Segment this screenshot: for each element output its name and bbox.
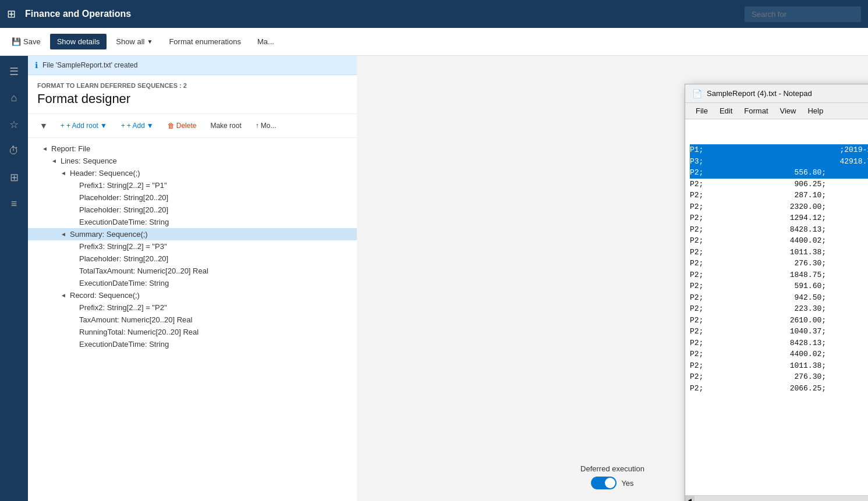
show-details-label: Show details — [57, 37, 100, 46]
notepad-line: P2; 591.60; 21920.45;2019-12-27 01:49:25… — [690, 280, 868, 292]
notepad-line: P2; 556.80; 556.80;2019-12-27 01:49:25:8… — [690, 167, 868, 179]
delete-label: Delete — [176, 122, 197, 130]
make-root-label: Make root — [210, 122, 241, 130]
tree-item[interactable]: ◄Header: Sequence(;) — [28, 167, 357, 179]
main-toolbar: 💾 Save Show details Show all ▼ Format en… — [0, 28, 868, 56]
tree-arrow-icon: ◄ — [42, 145, 51, 152]
menu-item-help[interactable]: Help — [802, 104, 829, 118]
filter-icon[interactable]: ▼ — [35, 119, 52, 133]
add-root-button[interactable]: + + Add root ▼ — [55, 119, 113, 132]
sidebar-item-workspaces[interactable]: ⊞ — [2, 166, 26, 189]
notepad-line: P2; 276.30; 40852.45;2019-12-27 01:49:25… — [690, 371, 868, 383]
right-area: 📄 SampleReport (4).txt - Notepad — ☐ ✕ F… — [357, 56, 868, 501]
tree-item-label: Lines: Sequence — [61, 157, 352, 165]
tree-item[interactable]: RunningTotal: Numeric[20..20] Real — [28, 326, 357, 338]
tree-item[interactable]: Prefix1: String[2..2] = "P1" — [28, 179, 357, 191]
tree-arrow-icon: ◄ — [61, 170, 70, 176]
tree-item-label: Summary: Sequence(;) — [70, 230, 352, 239]
tree-arrow-icon: ◄ — [51, 158, 61, 164]
add-button[interactable]: + + Add ▼ — [115, 119, 160, 132]
sidebar-item-menu[interactable]: ☰ — [2, 61, 26, 83]
app-shell: ⊞ Finance and Operations 💾 Save Show det… — [0, 0, 868, 501]
scroll-left-button[interactable]: ◄ — [685, 496, 695, 502]
horizontal-scrollbar[interactable]: ◄ ► — [685, 495, 868, 501]
tree-item[interactable]: Prefix3: String[2..2] = "P3" — [28, 240, 357, 253]
deferred-section: Deferred execution Yes — [580, 464, 644, 489]
deferred-toggle[interactable] — [591, 477, 617, 489]
deferred-value: Yes — [621, 479, 633, 488]
designer-header: FORMAT TO LEARN DEFERRED SEQUENCES : 2 F… — [28, 75, 357, 114]
tree-item[interactable]: ExecutionDateTime: String — [28, 277, 357, 289]
tree-arrow-icon: ◄ — [61, 231, 70, 237]
notepad-line: P2; 1294.12; 5364.27;2019-12-27 01:49:25… — [690, 212, 868, 224]
notepad-line: P2; 942.50; 22862.95;2019-12-27 01:49:25… — [690, 292, 868, 304]
tree-item[interactable]: ◄Report: File — [28, 143, 357, 155]
top-nav: ⊞ Finance and Operations — [0, 0, 868, 28]
notepad-line: P2; 287.10; 1750.15;2019-12-27 01:49:25:… — [690, 190, 868, 201]
tree-item[interactable]: ◄Lines: Sequence — [28, 155, 357, 167]
add-root-chevron: ▼ — [100, 122, 107, 130]
tree-item[interactable]: Prefix2: String[2..2] = "P2" — [28, 301, 357, 314]
tree-item[interactable]: Placeholder: String[20..20] — [28, 204, 357, 216]
save-label: Save — [23, 37, 41, 46]
toggle-knob — [605, 478, 615, 488]
move-label: Mo... — [261, 122, 277, 130]
grid-icon[interactable]: ⊞ — [7, 8, 16, 20]
sidebar-item-list[interactable]: ≡ — [2, 193, 26, 215]
sidebar-item-recent[interactable]: ⏱ — [2, 140, 26, 162]
search-input[interactable] — [745, 6, 861, 22]
left-sidebar: ☰ ⌂ ☆ ⏱ ⊞ ≡ — [0, 56, 28, 501]
tree-item[interactable]: TotalTaxAmount: Numeric[20..20] Real — [28, 265, 357, 277]
menu-item-view[interactable]: View — [774, 104, 802, 118]
chevron-down-icon: ▼ — [147, 38, 153, 45]
tree-item[interactable]: ◄Summary: Sequence(;) — [28, 228, 357, 240]
tree-item[interactable]: ◄Record: Sequence(;) — [28, 289, 357, 301]
tree-item-label: Header: Sequence(;) — [70, 169, 352, 177]
show-details-button[interactable]: Show details — [50, 34, 107, 49]
save-button[interactable]: 💾 Save — [5, 34, 48, 49]
tree-item-label: Prefix1: String[2..2] = "P1" — [79, 181, 352, 190]
move-button[interactable]: ↑ Mo... — [250, 119, 282, 132]
info-icon: ℹ — [35, 61, 38, 70]
notepad-text[interactable]: P1; ;2019-12-27 01:49:25:754P3; 42918.70… — [685, 119, 868, 495]
tree-arrow-icon: ◄ — [61, 292, 70, 299]
tree-item-label: Report: File — [51, 144, 352, 153]
notepad-line: P2; 2610.00; 25696.25;2019-12-27 01:49:2… — [690, 315, 868, 326]
format-label: FORMAT TO LEARN DEFERRED SEQUENCES : 2 — [37, 82, 348, 89]
tree-item[interactable]: ExecutionDateTime: String — [28, 338, 357, 350]
notepad-line: P2; 4400.02; 39564.77;2019-12-27 01:49:2… — [690, 349, 868, 360]
show-all-label: Show all — [116, 37, 144, 46]
add-root-label: + Add root — [66, 122, 98, 130]
menu-item-file[interactable]: File — [690, 104, 714, 118]
make-root-button[interactable]: Make root — [204, 119, 247, 132]
designer-toolbar: ▼ + + Add root ▼ + + Add ▼ 🗑 Delete Make… — [28, 114, 357, 138]
tree-item[interactable]: TaxAmount: Numeric[20..20] Real — [28, 314, 357, 326]
notepad-line: P3; 42918.70;2019-12-27 01:49:25:824 — [690, 156, 868, 168]
tree-item-label: ExecutionDateTime: String — [79, 279, 352, 287]
tree-item-label: RunningTotal: Numeric[20..20] Real — [79, 328, 352, 336]
tree-item-label: TaxAmount: Numeric[20..20] Real — [79, 315, 352, 324]
h-scroll-track — [695, 496, 868, 502]
show-all-button[interactable]: Show all ▼ — [109, 34, 160, 49]
delete-button[interactable]: 🗑 Delete — [162, 119, 203, 132]
notepad-line: P1; ;2019-12-27 01:49:25:754 — [690, 144, 868, 156]
tree-item[interactable]: ExecutionDateTime: String — [28, 216, 357, 228]
toggle-row: Yes — [591, 477, 633, 489]
tree-item[interactable]: Placeholder: String[20..20] — [28, 253, 357, 265]
sidebar-item-home[interactable]: ⌂ — [2, 87, 26, 109]
map-button[interactable]: Ma... — [250, 34, 281, 49]
designer-panel: ℹ File 'SampleReport.txt' created FORMAT… — [28, 56, 357, 501]
tree-item-label: Placeholder: String[20..20] — [79, 193, 352, 202]
tree-item[interactable]: Placeholder: String[20..20] — [28, 191, 357, 204]
notepad-line: P2; 223.30; 23086.25;2019-12-27 01:49:25… — [690, 303, 868, 315]
sidebar-item-favorites[interactable]: ☆ — [2, 113, 26, 136]
tree-item-label: Record: Sequence(;) — [70, 291, 352, 300]
format-enumerations-button[interactable]: Format enumerations — [162, 34, 248, 49]
tree-item-label: ExecutionDateTime: String — [79, 218, 352, 226]
app-title: Finance and Operations — [25, 9, 735, 19]
menu-item-format[interactable]: Format — [738, 104, 774, 118]
menu-item-edit[interactable]: Edit — [714, 104, 738, 118]
notepad-line: P2; 1040.37; 26736.62;2019-12-27 01:49:2… — [690, 326, 868, 337]
notepad-line: P2; 2320.00; 4070.15;2019-12-27 01:49:25… — [690, 201, 868, 213]
notepad-window: 📄 SampleReport (4).txt - Notepad — ☐ ✕ F… — [685, 84, 868, 501]
